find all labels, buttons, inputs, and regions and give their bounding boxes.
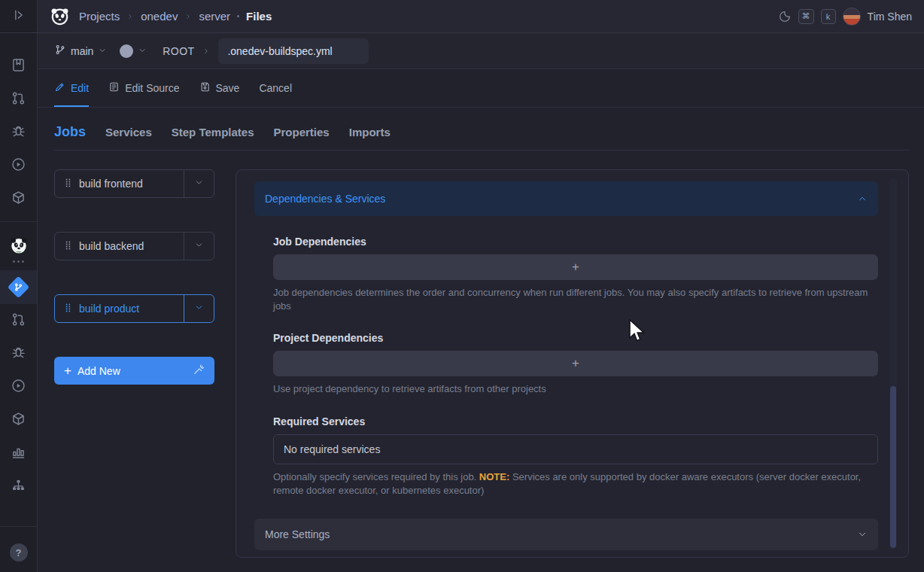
moon-icon xyxy=(778,10,792,23)
chevron-down-icon xyxy=(98,45,107,57)
file-bar: main ROOT xyxy=(38,33,924,69)
editor-scrollbar-track[interactable] xyxy=(889,178,897,549)
branch-name: main xyxy=(71,45,93,57)
file-name-input[interactable] xyxy=(218,38,369,64)
chevron-right-icon xyxy=(126,10,134,23)
project-more-dots-icon xyxy=(13,260,24,263)
job-item-build-product[interactable]: build product xyxy=(54,294,214,323)
job-item-build-frontend[interactable]: build frontend xyxy=(54,169,214,198)
job-dependencies-help: Job dependencies determines the order an… xyxy=(273,286,878,313)
tab-step-templates[interactable]: Step Templates xyxy=(172,126,254,138)
package-icon xyxy=(11,411,26,430)
add-job-dependency-button[interactable]: + xyxy=(273,254,878,280)
add-new-label: Add New xyxy=(78,365,120,377)
sidebar-item-help[interactable]: ? xyxy=(0,533,37,572)
add-new-job-button[interactable]: + Add New xyxy=(54,357,214,385)
sidebar-item-issues[interactable] xyxy=(0,116,37,149)
job-dependencies-label: Job Dependencies xyxy=(273,236,878,248)
sidebar-item-pull-requests[interactable] xyxy=(0,83,37,116)
pencil-icon xyxy=(54,81,65,95)
path-root-link[interactable]: ROOT xyxy=(163,45,194,57)
job-item-build-backend[interactable]: build backend xyxy=(54,232,214,260)
tab-edit[interactable]: Edit xyxy=(54,69,89,107)
tab-services[interactable]: Services xyxy=(105,126,152,138)
more-settings-label: More Settings xyxy=(265,528,330,540)
job-menu-dropdown[interactable] xyxy=(184,170,214,197)
onedev-project-logo xyxy=(9,236,29,258)
main-area: Projects onedev server Files ⌘ k Tim She… xyxy=(38,0,924,572)
tab-edit-source[interactable]: Edit Source xyxy=(108,69,179,107)
job-name: build product xyxy=(79,303,139,315)
drag-handle-icon[interactable] xyxy=(65,240,71,253)
save-button[interactable]: Save xyxy=(199,69,240,107)
chevron-down-icon xyxy=(194,178,204,190)
tab-edit-label: Edit xyxy=(71,82,89,94)
breadcrumb-projects[interactable]: Projects xyxy=(79,10,120,23)
chevron-right-icon xyxy=(184,10,192,23)
tab-properties[interactable]: Properties xyxy=(274,126,330,138)
sidebar-item-project-packages[interactable] xyxy=(0,403,37,437)
sidebar-item-stats[interactable] xyxy=(0,437,37,470)
tab-jobs[interactable]: Jobs xyxy=(54,124,86,140)
sidebar-item-project-builds[interactable] xyxy=(0,370,37,403)
section-title: Dependencies & Services xyxy=(265,193,385,205)
bug-icon xyxy=(11,345,26,364)
dependencies-services-section-header[interactable]: Dependencies & Services xyxy=(254,181,878,216)
topbar-actions: ⌘ k Tim Shen xyxy=(778,8,912,26)
chevron-down-icon xyxy=(857,529,868,540)
git-branch-icon xyxy=(54,44,66,58)
scope-selector[interactable] xyxy=(120,44,147,58)
cancel-button-label: Cancel xyxy=(259,82,292,94)
sidebar-item-branches[interactable] xyxy=(0,470,37,503)
dark-mode-toggle[interactable] xyxy=(778,10,792,23)
chevron-down-icon xyxy=(194,303,204,315)
breadcrumb-project-onedev[interactable]: onedev xyxy=(141,10,178,23)
code-diamond-icon xyxy=(8,276,30,299)
save-button-label: Save xyxy=(216,82,240,94)
job-menu-dropdown[interactable] xyxy=(184,233,214,260)
branch-selector[interactable]: main xyxy=(54,44,107,58)
sidebar-project-avatar[interactable] xyxy=(0,228,37,270)
drag-handle-icon[interactable] xyxy=(65,178,71,190)
sidebar-item-packages[interactable] xyxy=(0,182,37,215)
sidebar-item-files-active[interactable] xyxy=(0,270,37,304)
content-area: Jobs Services Step Templates Properties … xyxy=(38,108,924,572)
job-editor-card: Dependencies & Services Job Dependencies… xyxy=(236,169,909,558)
ai-wand-icon[interactable] xyxy=(193,364,205,378)
plus-icon: + xyxy=(572,356,579,371)
more-settings-section-header[interactable]: More Settings xyxy=(254,519,878,550)
job-menu-dropdown[interactable] xyxy=(184,295,214,322)
breadcrumb-repo-server[interactable]: server xyxy=(199,10,230,23)
tab-imports[interactable]: Imports xyxy=(349,126,391,138)
note-label: NOTE: xyxy=(479,471,509,482)
drag-handle-icon[interactable] xyxy=(65,303,71,315)
plus-icon: + xyxy=(64,364,71,377)
plus-icon: + xyxy=(572,260,579,275)
user-name[interactable]: Tim Shen xyxy=(868,11,912,23)
sidebar-item-project-issues[interactable] xyxy=(0,337,37,370)
editor-scrollbar-thumb[interactable] xyxy=(890,386,896,548)
k-key-badge[interactable]: k xyxy=(821,9,836,24)
add-project-dependency-button[interactable]: + xyxy=(273,351,878,376)
chevron-up-icon xyxy=(857,193,868,204)
onedev-logo[interactable] xyxy=(50,6,70,26)
required-services-input[interactable]: No required services xyxy=(273,434,878,464)
required-services-label: Required Services xyxy=(273,415,878,427)
project-dependencies-help: Use project dependency to retrieve artif… xyxy=(273,382,878,396)
help-icon: ? xyxy=(10,543,28,561)
cmd-key-badge[interactable]: ⌘ xyxy=(798,9,814,24)
sitemap-icon xyxy=(11,477,26,496)
sidebar-item-code[interactable] xyxy=(0,50,37,83)
sidebar-expand-button[interactable] xyxy=(0,0,37,33)
chevron-right-icon xyxy=(202,44,210,58)
sidebar-item-project-pull-requests[interactable] xyxy=(0,304,37,337)
sidebar-item-builds[interactable] xyxy=(0,149,37,182)
top-bar: Projects onedev server Files ⌘ k Tim She… xyxy=(38,0,924,33)
cancel-button[interactable]: Cancel xyxy=(259,69,292,107)
breadcrumb: Projects onedev server Files xyxy=(79,10,272,23)
breadcrumb-page-files: Files xyxy=(246,10,272,23)
app-window: ? Projects onedev server Files ⌘ xyxy=(0,0,924,572)
user-avatar[interactable] xyxy=(843,8,861,26)
pull-request-icon xyxy=(11,312,26,330)
job-name: build backend xyxy=(79,240,144,252)
